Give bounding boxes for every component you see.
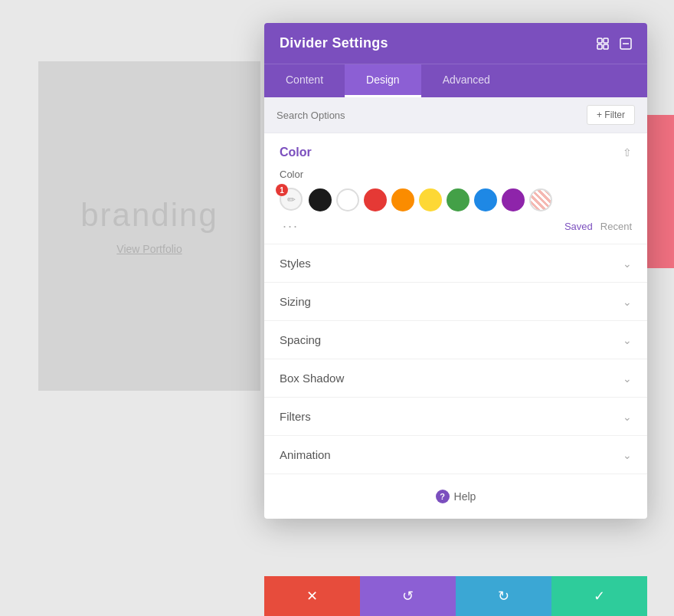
swatch-yellow[interactable]: [419, 188, 442, 211]
swatch-green[interactable]: [447, 188, 470, 211]
swatch-white[interactable]: [336, 188, 359, 211]
animation-section-title: Animation: [280, 448, 331, 461]
branding-box: branding View Portfolio: [38, 61, 260, 391]
recent-tab[interactable]: Recent: [600, 221, 632, 232]
animation-chevron-icon: ⌄: [623, 449, 632, 461]
swatches-row: 1 ✏: [280, 188, 632, 212]
box-shadow-chevron-icon: ⌄: [623, 372, 632, 385]
swatch-purple[interactable]: [502, 188, 525, 211]
branding-text: branding: [80, 197, 218, 234]
color-section: Color ⇧ Color 1 ✏: [264, 133, 647, 244]
search-input[interactable]: [276, 110, 506, 121]
more-swatches-button[interactable]: ···: [283, 218, 299, 234]
styles-section[interactable]: Styles ⌄: [264, 244, 647, 283]
redo-button[interactable]: ↻: [456, 576, 551, 616]
view-portfolio-link[interactable]: View Portfolio: [116, 243, 182, 255]
sizing-section[interactable]: Sizing ⌄: [264, 283, 647, 321]
filters-chevron-icon: ⌄: [623, 411, 632, 423]
help-area: ? Help: [264, 474, 647, 519]
saved-recent-tabs: Saved Recent: [564, 221, 632, 232]
swatch-striped[interactable]: [529, 188, 552, 211]
expand-icon[interactable]: [597, 38, 609, 50]
animation-section[interactable]: Animation ⌄: [264, 436, 647, 474]
cancel-button[interactable]: ✕: [264, 576, 360, 616]
styles-chevron-icon: ⌄: [623, 257, 632, 270]
minimize-icon[interactable]: [620, 38, 632, 50]
swatch-orange[interactable]: [391, 188, 414, 211]
saved-tab[interactable]: Saved: [564, 221, 593, 232]
swatches-bottom-row: ··· Saved Recent: [280, 218, 632, 234]
panel-header-icons: [597, 38, 632, 50]
sizing-section-title: Sizing: [280, 295, 311, 308]
sizing-chevron-icon: ⌄: [623, 296, 632, 308]
svg-rect-0: [597, 38, 602, 43]
confirm-button[interactable]: ✓: [551, 576, 647, 616]
box-shadow-section-title: Box Shadow: [280, 372, 344, 385]
badge-number: 1: [276, 184, 288, 196]
box-shadow-section[interactable]: Box Shadow ⌄: [264, 359, 647, 398]
color-label: Color: [280, 169, 632, 180]
color-chevron-icon[interactable]: ⇧: [623, 146, 632, 159]
swatch-black[interactable]: [309, 188, 332, 211]
tab-design[interactable]: Design: [345, 64, 421, 97]
search-bar: + Filter: [264, 97, 647, 133]
panel-tabs: Content Design Advanced: [264, 64, 647, 97]
swatch-red[interactable]: [364, 188, 387, 211]
tab-content[interactable]: Content: [264, 64, 345, 97]
spacing-section-title: Spacing: [280, 333, 321, 346]
filters-section[interactable]: Filters ⌄: [264, 398, 647, 436]
spacing-chevron-icon: ⌄: [623, 334, 632, 346]
help-label[interactable]: Help: [454, 490, 476, 503]
spacing-section[interactable]: Spacing ⌄: [264, 321, 647, 359]
panel-content: Color ⇧ Color 1 ✏: [264, 133, 647, 519]
color-badge: 1 ✏: [280, 188, 304, 212]
divider-settings-panel: Divider Settings Content Design Advanc: [264, 23, 647, 519]
bottom-actions: ✕ ↺ ↻ ✓: [264, 576, 647, 616]
panel-header: Divider Settings: [264, 23, 647, 64]
undo-button[interactable]: ↺: [360, 576, 456, 616]
styles-section-title: Styles: [280, 257, 311, 270]
svg-rect-3: [604, 44, 608, 49]
color-section-title: Color: [280, 146, 312, 159]
panel-title: Divider Settings: [280, 35, 388, 51]
svg-rect-2: [597, 44, 602, 49]
filter-button[interactable]: + Filter: [587, 105, 635, 125]
tab-advanced[interactable]: Advanced: [421, 64, 512, 97]
svg-rect-1: [604, 38, 608, 43]
help-icon: ?: [436, 490, 450, 503]
color-section-header: Color ⇧: [280, 146, 632, 159]
swatch-blue[interactable]: [474, 188, 497, 211]
filters-section-title: Filters: [280, 410, 311, 423]
